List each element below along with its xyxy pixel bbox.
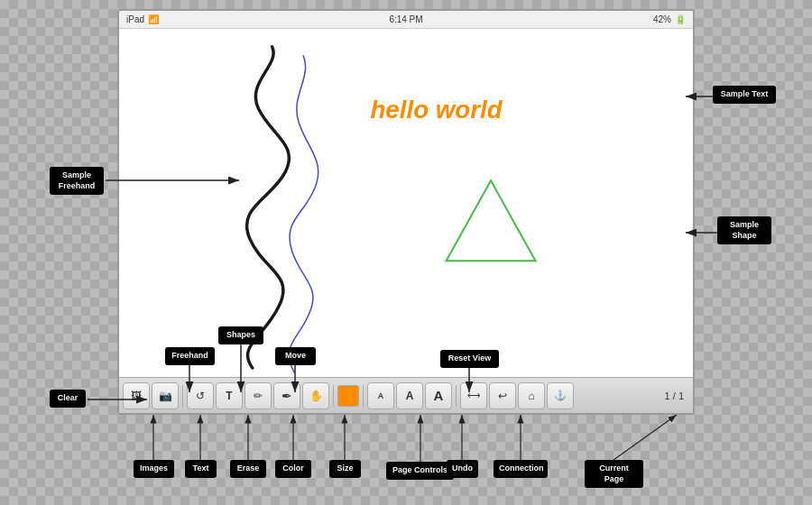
battery-percent: 42%	[653, 14, 671, 24]
erase-annotation: Erase	[230, 460, 266, 478]
color-annotation: Color	[275, 460, 311, 478]
canvas-area: hello world	[119, 29, 693, 377]
separator-1	[182, 385, 183, 407]
connection-annotation: Connection	[494, 460, 548, 478]
size-small-icon: A	[378, 391, 384, 400]
sample-text-annotation: Sample Text	[713, 86, 776, 104]
draw-button[interactable]: ✒	[273, 382, 300, 409]
hand-icon: ✋	[309, 390, 323, 402]
camera-button[interactable]: 📷	[152, 382, 179, 409]
arrows-button[interactable]: ⟷	[460, 382, 487, 409]
images-button[interactable]: 🖼	[123, 382, 150, 409]
images-annotation: Images	[134, 460, 174, 478]
text-icon: T	[226, 390, 232, 402]
erase-button[interactable]: ✏	[245, 382, 272, 409]
size-large-button[interactable]: A	[425, 382, 452, 409]
draw-icon: ✒	[281, 389, 292, 403]
status-right: 42% 🔋	[653, 14, 686, 24]
reset-view-annotation: Reset View	[440, 350, 499, 368]
separator-4	[456, 385, 457, 407]
page-controls-annotation: Page Controls	[386, 462, 454, 480]
status-center: 6:14 PM	[389, 14, 422, 24]
home-icon: ⌂	[528, 390, 534, 402]
move-annotation: Move	[275, 347, 316, 365]
color-button[interactable]	[337, 385, 359, 407]
hand-button[interactable]: ✋	[302, 382, 329, 409]
undo-annotation: Undo	[447, 460, 478, 478]
device-label: iPad	[126, 14, 144, 24]
erase-icon: ✏	[254, 390, 263, 402]
toolbar: 🖼 📷 ↺ T ✏ ✒ ✋ A A A	[119, 377, 693, 413]
camera-icon: 📷	[159, 390, 172, 402]
page-indicator: 1 / 1	[660, 390, 689, 401]
battery-icon: 🔋	[675, 14, 686, 24]
wifi-icon: 📶	[148, 14, 159, 24]
size-med-icon: A	[406, 390, 414, 402]
clear-annotation: Clear	[50, 390, 86, 408]
sample-freehand-annotation: Sample Freehand	[50, 167, 104, 195]
undo-icon: ↺	[196, 390, 205, 402]
text-button[interactable]: T	[216, 382, 243, 409]
freehand-annotation: Freehand	[165, 347, 215, 365]
status-bar: iPad 📶 6:14 PM 42% 🔋	[119, 11, 693, 29]
svg-marker-1	[447, 180, 536, 261]
drawing-canvas[interactable]: hello world	[119, 29, 693, 377]
time-display: 6:14 PM	[389, 14, 422, 24]
size-annotation: Size	[329, 460, 361, 478]
shapes-annotation: Shapes	[218, 326, 263, 344]
arrows-icon: ⟷	[467, 390, 480, 400]
size-large-icon: A	[434, 388, 444, 403]
home-button[interactable]: ⌂	[518, 382, 545, 409]
status-left: iPad 📶	[126, 14, 159, 24]
separator-3	[363, 385, 364, 407]
current-page-annotation: Current Page	[585, 460, 643, 488]
svg-text:hello world: hello world	[370, 96, 503, 124]
undo-button[interactable]: ↺	[187, 382, 214, 409]
sample-shape-annotation: Sample Shape	[717, 216, 771, 244]
anchor-icon: ⚓	[554, 390, 567, 401]
separator-2	[333, 385, 334, 407]
images-icon: 🖼	[131, 390, 142, 402]
size-small-button[interactable]: A	[367, 382, 394, 409]
text-annotation: Text	[185, 460, 217, 478]
anchor-button[interactable]: ⚓	[547, 382, 574, 409]
undo2-button[interactable]: ↩	[489, 382, 516, 409]
undo2-icon: ↩	[498, 390, 507, 402]
size-med-button[interactable]: A	[396, 382, 423, 409]
